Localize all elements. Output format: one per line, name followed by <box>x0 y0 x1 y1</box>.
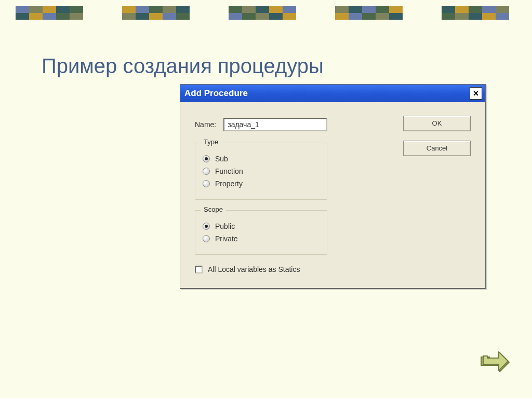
deco-bar <box>122 6 190 20</box>
radio-private[interactable]: Private <box>203 235 320 243</box>
radio-public[interactable]: Public <box>203 222 320 230</box>
radio-icon <box>203 223 210 230</box>
ok-button[interactable]: OK <box>403 116 471 131</box>
deco-bar <box>442 6 509 20</box>
radio-sub[interactable]: Sub <box>203 155 320 163</box>
titlebar: Add Procedure × <box>180 85 485 102</box>
radio-label: Sub <box>215 155 228 163</box>
radio-label: Private <box>215 235 238 243</box>
name-input[interactable] <box>223 118 327 131</box>
cancel-button[interactable]: Cancel <box>403 141 471 156</box>
radio-label: Property <box>215 180 243 188</box>
close-button[interactable]: × <box>470 87 482 100</box>
radio-icon <box>203 155 210 162</box>
radio-label: Public <box>215 222 235 230</box>
radio-function[interactable]: Function <box>203 167 320 175</box>
statics-checkbox-row[interactable]: All Local variables as Statics <box>195 265 388 273</box>
name-label: Name: <box>195 120 216 129</box>
radio-icon <box>203 235 210 242</box>
radio-icon <box>203 180 210 187</box>
scope-group: Scope Public Private <box>195 210 327 255</box>
dialog-title: Add Procedure <box>184 88 470 99</box>
return-icon[interactable] <box>480 350 510 375</box>
type-legend: Type <box>201 138 221 146</box>
page-title: Пример создания процедуры <box>42 54 324 78</box>
scope-legend: Scope <box>201 205 226 213</box>
checkbox-icon <box>195 266 203 273</box>
add-procedure-dialog: Add Procedure × Name: Type Sub Function <box>180 84 486 289</box>
deco-bar <box>229 6 296 20</box>
radio-label: Function <box>215 167 243 175</box>
close-icon: × <box>473 89 479 98</box>
radio-property[interactable]: Property <box>203 180 320 188</box>
deco-bar <box>16 6 83 20</box>
checkbox-label: All Local variables as Statics <box>208 265 300 273</box>
type-group: Type Sub Function Property <box>195 143 327 200</box>
radio-icon <box>203 168 210 175</box>
deco-bar <box>335 6 403 20</box>
